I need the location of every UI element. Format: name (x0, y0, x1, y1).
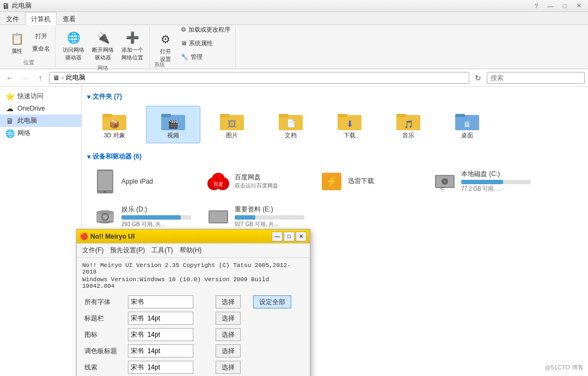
search-input[interactable] (487, 72, 585, 84)
c-drive-icon: C: (432, 171, 458, 192)
baidu-info: 百度网盘 双击运行百度网盘 (235, 173, 304, 190)
manage-label: 管理 (191, 53, 203, 61)
baidu-icon: 百度 (205, 171, 231, 192)
no-meiryo-dialog: 🔴 No!! Meiryo UI — □ ✕ 文件(F) 预先设置(P) 工具(… (76, 229, 310, 376)
svg-point-40 (102, 214, 108, 220)
folder-downloads[interactable]: ⬇ 下载 (322, 106, 377, 143)
settings-icon: ⚙ (157, 31, 174, 48)
folder-music-icon: 🎵 (395, 110, 421, 131)
manage-button[interactable]: 🔧 管理 (179, 51, 232, 63)
back-button[interactable]: ← (3, 71, 16, 84)
maximize-button[interactable]: □ (558, 0, 572, 12)
dialog-menu-tools[interactable]: 工具(T) (148, 245, 176, 256)
row-4-select-button[interactable]: 选择 (216, 361, 241, 374)
row-2-font-input[interactable] (128, 328, 193, 341)
rename-button[interactable]: 重命名 (30, 43, 52, 54)
dialog-close[interactable]: ✕ (296, 232, 307, 241)
dialog-menu-file[interactable]: 文件(F) (79, 245, 107, 256)
sidebar-item-quick-access[interactable]: ⭐ 快速访问 (0, 90, 81, 102)
svg-text:⚡: ⚡ (326, 175, 338, 187)
svg-rect-11 (279, 114, 289, 117)
row-0-select-cell: 选择 (213, 294, 250, 310)
folder-video-icon: 🎬 (160, 110, 186, 131)
tab-view[interactable]: 查看 (57, 12, 82, 25)
ipad-name: Apple iPad (121, 178, 191, 185)
network-items: 🌐 访问网络驱动器 🔌 断开网络驱动器 ➕ 添加一个网络位置 (60, 27, 146, 63)
svg-rect-5 (161, 114, 171, 117)
close-button[interactable]: ✕ (572, 0, 586, 12)
device-xunlei[interactable]: ⚡ 迅雷下载 (314, 166, 422, 197)
disconnect-label: 断开网络驱动器 (92, 46, 114, 62)
device-d-drive[interactable]: 娱乐 (D:) 293 GB 可用, 共... (87, 201, 196, 232)
disconnect-network-button[interactable]: 🔌 断开网络驱动器 (89, 27, 117, 63)
forward-button[interactable]: → (19, 71, 32, 84)
device-c-drive[interactable]: C: 本地磁盘 (C:) 77.2 GB 可用, ... (427, 166, 536, 197)
tab-file[interactable]: 文件 (0, 12, 25, 25)
load-change-programs-button[interactable]: ⚙ 加载或更改程序 (179, 24, 232, 35)
sys-props-icon: 🖥 (181, 40, 187, 46)
row-2-select-button[interactable]: 选择 (216, 328, 241, 341)
sidebar: ⭐ 快速访问 ☁ OneDrive 🖥 此电脑 🌐 网络 (0, 87, 82, 376)
c-drive-name: 本地磁盘 (C:) (461, 169, 531, 179)
disconnect-icon: 🔌 (94, 29, 112, 46)
tab-computer[interactable]: 计算机 (25, 12, 57, 25)
address-bar[interactable]: 🖥 › 此电脑 (49, 72, 469, 84)
svg-rect-2 (102, 114, 112, 117)
row-0-font-input[interactable] (128, 295, 193, 308)
title-bar: 🖥 此电脑 ? — □ ✕ (0, 0, 588, 12)
system-properties-button[interactable]: 🖥 系统属性 (179, 38, 232, 49)
dialog-minimize[interactable]: — (272, 232, 283, 241)
device-e-drive[interactable]: 重要资料 (E:) 927 GB 可用, 共... (200, 201, 309, 232)
table-row: 标题栏 选择 (82, 310, 304, 326)
svg-text:🎬: 🎬 (168, 119, 179, 129)
svg-text:🖥: 🖥 (463, 120, 471, 129)
open-button[interactable]: 打开 (30, 31, 52, 42)
row-1-font-input[interactable] (128, 312, 193, 325)
row-3-select-cell: 选择 (213, 343, 250, 359)
row-0-set-all-button[interactable]: 设定全部 (253, 295, 291, 308)
device-baidu[interactable]: 百度 百度网盘 双击运行百度网盘 (200, 166, 309, 197)
properties-button[interactable]: 📋 属性 (5, 28, 28, 57)
up-button[interactable]: ↑ (34, 71, 47, 84)
ribbon-group-system: ⚙ 打开设置 ⚙ 加载或更改程序 🖥 系统属性 🔧 管理 系统 (151, 26, 236, 68)
access-network-drive-button[interactable]: 🌐 访问网络驱动器 (60, 27, 87, 63)
this-pc-label: 此电脑 (17, 116, 37, 125)
folder-video[interactable]: 🎬 视频 (146, 106, 200, 143)
ribbon-group-location: 📋 属性 打开 重命名 位置 (2, 26, 56, 68)
this-pc-icon: 🖥 (5, 117, 14, 125)
row-0-font-cell (126, 294, 213, 310)
e-drive-bar (235, 215, 304, 220)
table-row: 线索 选择 (82, 359, 304, 375)
folder-desktop[interactable]: 🖥 桌面 (440, 106, 494, 143)
folders-section-header: 文件夹 (7) (87, 92, 583, 101)
row-0-label: 所有字体 (82, 294, 126, 310)
folder-video-label: 视频 (167, 131, 179, 140)
folder-documents[interactable]: 📄 文档 (264, 106, 318, 143)
folder-pictures[interactable]: 🖼 图片 (205, 106, 259, 143)
sidebar-item-onedrive[interactable]: ☁ OneDrive (0, 102, 81, 114)
add-network-button[interactable]: ➕ 添加一个网络位置 (119, 27, 146, 63)
sidebar-item-network[interactable]: 🌐 网络 (0, 127, 81, 140)
minimize-button[interactable]: — (543, 0, 558, 12)
row-3-font-input[interactable] (128, 344, 193, 357)
svg-text:🖼: 🖼 (228, 119, 236, 129)
dialog-menu-prefs[interactable]: 预先设置(P) (107, 245, 148, 256)
folder-desktop-icon: 🖥 (454, 110, 480, 131)
dialog-menu-help[interactable]: 帮助(H) (176, 245, 205, 256)
row-1-select-button[interactable]: 选择 (216, 312, 241, 325)
row-3-select-button[interactable]: 选择 (216, 344, 241, 357)
folder-music[interactable]: 🎵 音乐 (381, 106, 436, 143)
folder-3d-objects[interactable]: 📦 3D 对象 (87, 106, 142, 143)
title-bar-controls: ? — □ ✕ (529, 0, 586, 12)
dialog-maximize[interactable]: □ (284, 232, 295, 241)
folder-3d-icon: 📦 (101, 110, 127, 131)
row-0-select-button[interactable]: 选择 (216, 295, 241, 308)
refresh-button[interactable]: ↻ (471, 71, 485, 84)
breadcrumb-icon: 🖥 (53, 74, 59, 82)
row-4-font-input[interactable] (128, 361, 193, 374)
device-apple-ipad[interactable]: Apple iPad (87, 166, 196, 197)
sidebar-item-this-pc[interactable]: 🖥 此电脑 (0, 114, 81, 127)
help-button[interactable]: ? (529, 0, 543, 12)
location-items: 📋 属性 打开 重命名 (5, 27, 52, 58)
folder-documents-label: 文档 (285, 131, 297, 140)
